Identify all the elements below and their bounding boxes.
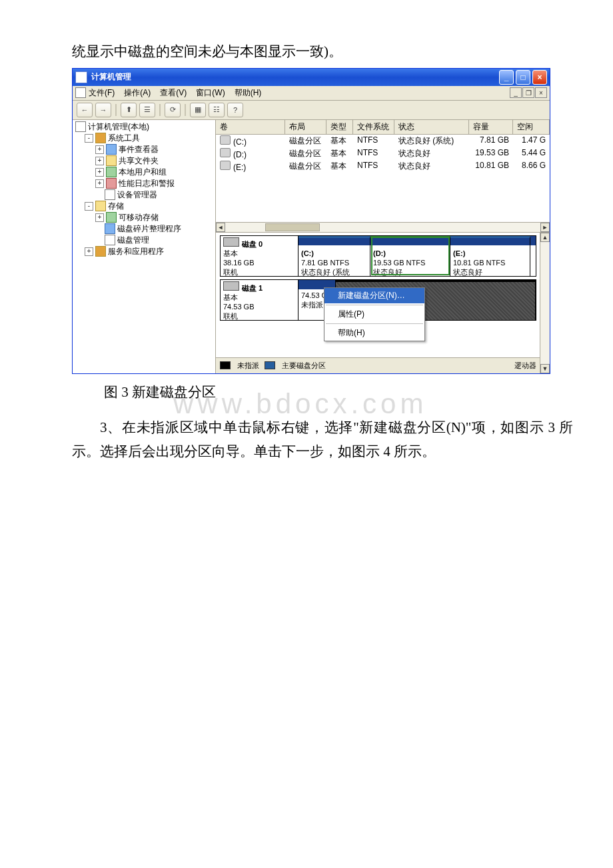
paragraph-3: 3、在未指派区域中单击鼠标右键，选择"新建磁盘分区(N)"项，如图示 3 所示。… (72, 416, 573, 463)
maximize-button[interactable]: □ (516, 70, 530, 85)
properties-button[interactable]: ☷ (209, 103, 225, 117)
col-type[interactable]: 类型 (326, 120, 353, 134)
disk-row: 磁盘 0基本38.16 GB联机(C:)7.81 GB NTFS状态良好 (系统… (220, 235, 536, 277)
tree-storage[interactable]: -存储 (73, 201, 215, 212)
mdi-minimize[interactable]: _ (510, 87, 522, 98)
up-button[interactable]: ⬆ (121, 103, 137, 117)
menu-window[interactable]: 窗口(W) (196, 87, 225, 99)
menubar: 文件(F) 操作(A) 查看(V) 窗口(W) 帮助(H) _ ❐ × (73, 86, 550, 101)
col-volume[interactable]: 卷 (216, 120, 285, 134)
back-button[interactable]: ← (77, 103, 93, 117)
partition[interactable]: (C:)7.81 GB NTFS状态良好 (系统 (299, 236, 370, 276)
legend-logical: 逻动器 (514, 361, 536, 371)
tree-shared[interactable]: +共享文件夹 (73, 155, 215, 167)
menubar-icon (75, 87, 86, 98)
col-fs[interactable]: 文件系统 (353, 120, 394, 134)
tree-diskmgmt[interactable]: 磁盘管理 (73, 235, 215, 246)
app-icon (75, 71, 87, 83)
menu-file[interactable]: 文件(F) (89, 87, 115, 99)
tree-root[interactable]: 计算机管理(本地) (73, 121, 215, 133)
figure-caption: 图 3 新建磁盘分区 (104, 381, 573, 405)
tree-defrag[interactable]: 磁盘碎片整理程序 (73, 223, 215, 235)
tree-devmgr[interactable]: 设备管理器 (73, 189, 215, 201)
menu-action[interactable]: 操作(A) (124, 87, 151, 99)
titlebar: 计算机管理 _ □ × (73, 69, 550, 86)
xp-window: 计算机管理 _ □ × 文件(F) 操作(A) 查看(V) 窗口(W) 帮助(H… (72, 68, 550, 374)
partition[interactable]: (E:)10.81 GB NTFS状态良好 (450, 236, 530, 276)
legend: 未指派 主要磁盘分区 逻动器 (216, 357, 540, 373)
tree-users[interactable]: +本地用户和组 (73, 167, 215, 178)
forward-button[interactable]: → (95, 103, 111, 117)
refresh-button[interactable]: ⟳ (165, 103, 181, 117)
ctx-help[interactable]: 帮助(H) (324, 325, 424, 341)
volume-row[interactable]: (E:)磁盘分区基本NTFS状态良好10.81 GB8.66 G (216, 160, 550, 173)
toolbar: ← → ⬆ ☰ ⟳ ▦ ☷ ? (73, 101, 550, 120)
mdi-restore[interactable]: ❐ (522, 87, 534, 98)
disk-graph: 磁盘 0基本38.16 GB联机(C:)7.81 GB NTFS状态良好 (系统… (216, 233, 550, 373)
tree-removable[interactable]: +可移动存储 (73, 212, 215, 223)
help-button[interactable]: ? (227, 103, 243, 117)
list-hscroll[interactable]: ◄► (216, 222, 550, 232)
tool-button-1[interactable]: ☰ (139, 103, 155, 117)
ctx-new-partition[interactable]: 新建磁盘分区(N)… (324, 288, 424, 303)
col-capacity[interactable]: 容量 (469, 120, 513, 134)
volume-list: 卷 布局 类型 文件系统 状态 容量 空闲 (C:)磁盘分区基本NTFS状态良好… (216, 120, 550, 233)
menu-view[interactable]: 查看(V) (160, 87, 187, 99)
tree-event[interactable]: +事件查看器 (73, 144, 215, 155)
context-menu: 新建磁盘分区(N)… 属性(P) 帮助(H) (324, 287, 425, 341)
tree-pane: 计算机管理(本地) -系统工具 +事件查看器 +共享文件夹 +本地用户和组 +性… (73, 120, 216, 373)
menu-help[interactable]: 帮助(H) (235, 87, 262, 99)
col-status[interactable]: 状态 (394, 120, 469, 134)
legend-unalloc: 未指派 (237, 361, 259, 371)
tree-services[interactable]: +服务和应用程序 (73, 246, 215, 257)
graph-vscroll[interactable]: ▲▼ (540, 233, 550, 373)
volume-row[interactable]: (D:)磁盘分区基本NTFS状态良好19.53 GB5.44 G (216, 147, 550, 160)
volume-row[interactable]: (C:)磁盘分区基本NTFS状态良好 (系统)7.81 GB1.47 G (216, 135, 550, 147)
tree-perf[interactable]: +性能日志和警报 (73, 178, 215, 189)
tree-systools[interactable]: -系统工具 (73, 133, 215, 144)
legend-primary: 主要磁盘分区 (282, 361, 326, 371)
mdi-close[interactable]: × (535, 87, 547, 98)
text-top: 统显示中磁盘的空间未必与本图显示一致)。 (72, 40, 573, 64)
col-layout[interactable]: 布局 (285, 120, 326, 134)
window-title: 计算机管理 (91, 71, 497, 83)
col-free[interactable]: 空闲 (513, 120, 550, 134)
minimize-button[interactable]: _ (499, 70, 514, 85)
close-button[interactable]: × (532, 70, 547, 85)
ctx-properties[interactable]: 属性(P) (324, 307, 424, 322)
tool-button-2[interactable]: ▦ (190, 103, 206, 117)
partition[interactable]: (D:)19.53 GB NTFS状态良好 (370, 236, 450, 276)
